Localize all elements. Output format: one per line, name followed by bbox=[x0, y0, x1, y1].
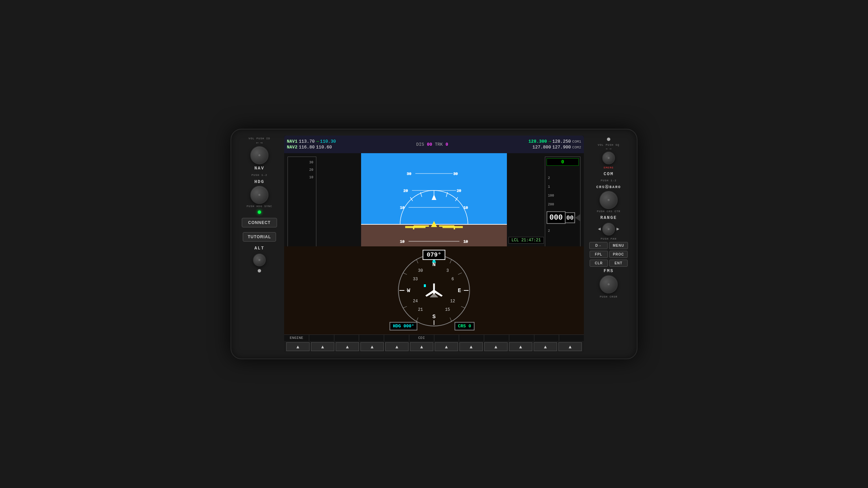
fpl-button[interactable]: FPL bbox=[590, 251, 608, 258]
softkey-btn-8[interactable]: ▲ bbox=[459, 342, 483, 351]
softkey-3-label bbox=[334, 335, 359, 341]
emerg-label: EMERG bbox=[604, 166, 613, 169]
nav2-row: NAV2 116.80 110.60 bbox=[287, 145, 336, 150]
push-1-2-label-left: PUSH 1-2 bbox=[252, 174, 267, 177]
softkey-8-label bbox=[459, 335, 484, 341]
svg-rect-0 bbox=[361, 153, 507, 224]
softkey-btn-12[interactable]: ▲ bbox=[558, 342, 582, 351]
svg-text:24: 24 bbox=[413, 299, 418, 304]
nav2-active-freq: 116.80 bbox=[299, 145, 315, 150]
softkey-4-label bbox=[359, 335, 384, 341]
com-info: 128.300 → 128.250 COM1 127.800 127.900 C… bbox=[529, 139, 581, 150]
nav-vol-knob[interactable] bbox=[250, 146, 269, 164]
proc-button[interactable]: PROC bbox=[609, 251, 628, 258]
svg-rect-64 bbox=[424, 284, 426, 287]
main-display: NAV1 113.70 → 110.30 NAV2 116.80 110.60 … bbox=[284, 136, 584, 352]
vol-push-sq-label: VOL PUSH SQ bbox=[598, 143, 619, 146]
softkey-btn-9[interactable]: ▲ bbox=[484, 342, 508, 351]
softkey-label-bar: ENGINE CDI bbox=[284, 334, 584, 341]
alt-knob-left[interactable] bbox=[253, 253, 266, 266]
com2-standby-freq: 127.900 bbox=[552, 145, 571, 150]
clr-button[interactable]: CLR bbox=[590, 260, 608, 267]
alt-label-left: ALT bbox=[254, 246, 264, 251]
dis-value: 00 bbox=[427, 142, 432, 147]
nav-label: NAV bbox=[254, 166, 264, 171]
dis-trk-display: DIS 00 TRK 0 bbox=[416, 142, 448, 147]
softkey-7-label bbox=[434, 335, 459, 341]
nav-info: NAV1 113.70 → 110.30 NAV2 116.80 110.60 bbox=[287, 139, 336, 150]
push-pan-label: PUSH PAN bbox=[601, 237, 616, 240]
svg-text:20: 20 bbox=[403, 189, 408, 193]
softkey-btn-1[interactable]: ▲ bbox=[286, 342, 310, 351]
svg-rect-30 bbox=[405, 226, 426, 228]
com-vol-group: VOL PUSH SQ ←→ bbox=[588, 143, 629, 164]
softkey-btn-6[interactable]: ▲ bbox=[410, 342, 433, 351]
svg-rect-31 bbox=[442, 226, 463, 228]
svg-text:W: W bbox=[407, 288, 410, 294]
com-vol-knob[interactable] bbox=[602, 151, 615, 164]
direct-menu-row: D→ MENU bbox=[588, 242, 629, 249]
range-knob[interactable] bbox=[602, 223, 615, 236]
time-value: 21:47:21 bbox=[521, 238, 541, 243]
com1-active-freq: 128.300 bbox=[529, 139, 547, 144]
trk-value: 0 bbox=[446, 142, 448, 147]
trk-label: TRK bbox=[435, 142, 443, 147]
ent-button[interactable]: ENT bbox=[609, 260, 628, 267]
softkey-9-label bbox=[484, 335, 509, 341]
range-left-arrow[interactable]: ◄ bbox=[598, 226, 601, 232]
vol-push-id-label: VOL PUSH ID bbox=[249, 137, 270, 140]
alt-display-main: 000 bbox=[547, 211, 566, 224]
range-label: RANGE bbox=[600, 215, 617, 220]
softkey-cdi-label: CDI bbox=[409, 335, 434, 341]
hdg-knob[interactable] bbox=[250, 186, 269, 204]
svg-text:30: 30 bbox=[418, 268, 423, 273]
center-info: DIS 00 TRK 0 bbox=[416, 142, 448, 147]
fms-label: FMS bbox=[604, 268, 613, 273]
com-label: COM bbox=[604, 171, 613, 177]
fms-knob[interactable] bbox=[599, 275, 618, 293]
time-label: LCL bbox=[512, 238, 519, 243]
alt-display-sub: 00 bbox=[566, 212, 575, 223]
crs-baro-knob[interactable] bbox=[599, 191, 618, 209]
heading-value: 079 bbox=[427, 251, 437, 258]
top-bar: NAV1 113.70 → 110.30 NAV2 116.80 110.60 … bbox=[284, 136, 584, 153]
svg-text:30: 30 bbox=[407, 172, 411, 176]
clr-ent-row: CLR ENT bbox=[588, 260, 629, 267]
nav1-label: NAV1 bbox=[287, 139, 297, 144]
crs-baro-group: CRSⒶBARO PUSH CRS CTR bbox=[588, 184, 629, 213]
right-top-indicator bbox=[607, 138, 610, 141]
softkey-btn-5[interactable]: ▲ bbox=[385, 342, 409, 351]
direct-to-button[interactable]: D→ bbox=[589, 242, 608, 249]
menu-button[interactable]: MENU bbox=[609, 242, 628, 249]
compass-rose: N S E W 3 6 12 15 21 24 33 30 bbox=[397, 253, 471, 328]
range-right-arrow[interactable]: ► bbox=[616, 226, 619, 232]
com1-arrow: → bbox=[548, 139, 551, 144]
com1-row: 128.300 → 128.250 COM1 bbox=[529, 139, 581, 144]
hsi-area: 079° bbox=[284, 246, 584, 334]
svg-text:12: 12 bbox=[450, 299, 455, 304]
svg-text:10: 10 bbox=[400, 240, 405, 244]
fpl-proc-row: FPL PROC bbox=[588, 251, 629, 258]
svg-text:3: 3 bbox=[446, 268, 449, 273]
push-hdg-sync-label: PUSH HDG SYNC bbox=[246, 205, 272, 208]
svg-text:15: 15 bbox=[445, 307, 450, 312]
time-display: LCL 21:47:21 bbox=[509, 237, 544, 244]
com-arrows: ←→ bbox=[606, 147, 611, 151]
softkey-btn-10[interactable]: ▲ bbox=[509, 342, 532, 351]
svg-text:33: 33 bbox=[413, 277, 418, 282]
softkey-btn-2[interactable]: ▲ bbox=[311, 342, 334, 351]
push-crs-ctr-label: PUSH CRS CTR bbox=[597, 210, 620, 213]
left-panel: VOL PUSH ID ←→ NAV PUSH 1-2 HDG PUSH HDG… bbox=[237, 136, 281, 352]
nav1-active-freq: 113.70 bbox=[299, 139, 315, 144]
softkey-btn-7[interactable]: ▲ bbox=[435, 342, 458, 351]
alt-indicator-left bbox=[258, 269, 261, 272]
softkey-btn-3[interactable]: ▲ bbox=[336, 342, 359, 351]
softkey-btn-11[interactable]: ▲ bbox=[534, 342, 557, 351]
tutorial-button[interactable]: TUTORIAL bbox=[243, 232, 276, 242]
svg-text:20: 20 bbox=[457, 189, 461, 193]
svg-text:6: 6 bbox=[451, 277, 454, 282]
alt-display-wrapper: 000 00 bbox=[547, 211, 580, 224]
nav-arrows: ←→ bbox=[256, 141, 262, 145]
softkey-btn-4[interactable]: ▲ bbox=[360, 342, 384, 351]
connect-button[interactable]: CONNECT bbox=[242, 218, 277, 227]
